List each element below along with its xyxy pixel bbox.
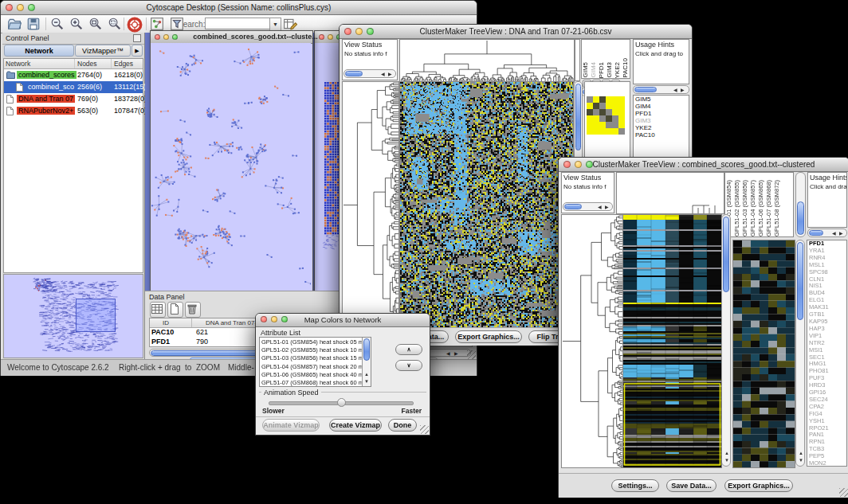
scroll-right-icon[interactable]: ▶	[605, 205, 609, 209]
network-view-canvas[interactable]	[151, 43, 311, 290]
done-button[interactable]: Done	[388, 419, 417, 432]
gene-label[interactable]: GIM5	[634, 96, 689, 103]
scroll-thumb[interactable]	[564, 204, 582, 209]
tv1-status-hscrollbar[interactable]: ◀ ▶	[344, 69, 396, 78]
treeview2-title-bar[interactable]: ClusterMaker TreeView : combined_scores_…	[559, 158, 848, 172]
scroll-thumb[interactable]	[809, 230, 823, 236]
gene-label[interactable]: GIM3	[634, 117, 689, 124]
gene-label[interactable]: MON2	[807, 460, 846, 467]
scroll-up-icon[interactable]: ▲	[724, 451, 729, 455]
help-lifering-icon[interactable]	[127, 17, 143, 33]
resize-grip[interactable]	[467, 350, 476, 359]
main-title-bar[interactable]: Cytoscape Desktop (Session Name: collins…	[1, 1, 477, 15]
move-up-button[interactable]: ∧	[395, 344, 422, 355]
tv2-row-dendrogram[interactable]	[561, 214, 624, 468]
zoom-region-icon[interactable]	[108, 17, 124, 33]
scroll-right-icon[interactable]: ▶	[839, 231, 843, 236]
scroll-left-icon[interactable]: ◀	[673, 88, 677, 92]
zoom-fit-icon[interactable]	[88, 17, 104, 33]
tv2-zoom-heatmap[interactable]	[732, 240, 795, 468]
scroll-up-icon[interactable]: ▲	[364, 372, 369, 377]
tab-vizmapper[interactable]: VizMapper™	[75, 45, 131, 57]
tv2-status-hscrollbar[interactable]: ◀ ▶	[563, 202, 613, 211]
scroll-down-icon[interactable]: ▼	[799, 458, 803, 463]
attribute-item[interactable]: GPL51-02 (GSM855) heat shock 10 min	[261, 346, 362, 354]
tv2-button[interactable]: Export Graphics...	[724, 479, 793, 492]
tv2-button[interactable]: Save Data...	[666, 479, 716, 492]
scroll-thumb[interactable]	[797, 242, 803, 320]
resize-grip[interactable]	[420, 425, 429, 434]
gene-label[interactable]: YKE2	[634, 124, 689, 131]
scroll-left-icon[interactable]: ◀	[446, 351, 450, 356]
network-overview-panel[interactable]	[3, 274, 143, 358]
scroll-right-icon[interactable]: ▶	[388, 72, 392, 76]
scroll-thumb[interactable]	[723, 217, 729, 292]
scroll-right-icon[interactable]: ▶	[681, 88, 685, 92]
column-header[interactable]: ID	[163, 319, 169, 326]
tv2-button[interactable]: Settings...	[611, 479, 659, 492]
tv1-row-dendrogram[interactable]	[342, 81, 399, 329]
treeview2-window[interactable]: ClusterMaker TreeView : combined_scores_…	[558, 157, 848, 498]
column-header[interactable]: Nodes	[77, 60, 97, 68]
tv2-labels-vscrollbar[interactable]	[795, 172, 806, 237]
search-input[interactable]	[205, 18, 270, 29]
attribute-list[interactable]: ▲ ▼ GPL51-01 (GSM854) heat shock 05 minG…	[259, 337, 371, 387]
new-attribute-icon[interactable]	[167, 302, 183, 318]
scroll-left-icon[interactable]: ◀	[381, 72, 385, 76]
treeview1-title-bar[interactable]: ClusterMaker TreeView : DNA and Tran 07-…	[340, 25, 692, 39]
attribute-item[interactable]: GPL51-07 (GSM868) heat shock 60 min	[261, 379, 362, 386]
attribute-item[interactable]: GPL51-03 (GSM856) heat shock 15 min	[261, 354, 362, 361]
network-row[interactable]: combined_scores2764(0)16218(0)	[4, 69, 143, 81]
tv2-usage-hscrollbar[interactable]: ◀ ▶	[807, 229, 847, 237]
scroll-thumb[interactable]	[634, 87, 657, 92]
move-down-button[interactable]: ∨	[395, 360, 422, 371]
gene-label[interactable]: PAC10	[634, 131, 689, 139]
tabs-overflow-arrow[interactable]: ▶	[132, 45, 143, 57]
dialog-title-bar[interactable]: Map Colors to Network	[256, 314, 430, 327]
network-overview-canvas[interactable]	[4, 275, 143, 357]
gene-label[interactable]: GIM4	[634, 103, 689, 110]
tab-network[interactable]: Network	[4, 45, 74, 57]
network-view-window[interactable]: combined_scores_good.txt--cluste...	[150, 30, 313, 292]
network-row[interactable]: DNA and Tran 07769(0)183728(0)	[4, 93, 143, 105]
tv2-heatmap[interactable]	[622, 214, 722, 468]
tv1-button[interactable]: Export Graphics...	[455, 330, 522, 343]
zoom-out-icon[interactable]	[50, 17, 66, 33]
save-icon[interactable]	[26, 17, 42, 33]
scroll-thumb[interactable]	[345, 71, 363, 76]
open-folder-icon[interactable]	[7, 17, 23, 33]
scroll-down-icon[interactable]: ▼	[364, 379, 369, 384]
scroll-left-icon[interactable]: ◀	[598, 205, 602, 209]
network-tree-table[interactable]: NetworkNodesEdgescombined_scores2764(0)1…	[3, 58, 143, 273]
scroll-thumb[interactable]	[797, 201, 804, 235]
attribute-item[interactable]: GPL51-04 (GSM857) heat shock 20 min	[261, 363, 362, 370]
tv1-heatmap[interactable]	[399, 81, 574, 329]
resize-grip[interactable]	[839, 488, 848, 497]
tv2-heatmap-vscrollbar[interactable]: ▲ ▼	[721, 214, 731, 467]
scroll-thumb[interactable]	[363, 338, 370, 361]
attribute-item[interactable]: GPL51-01 (GSM854) heat shock 05 min	[261, 338, 362, 346]
animation-speed-slider[interactable]	[269, 401, 414, 405]
column-header[interactable]: Edges	[114, 60, 133, 68]
attribute-table-icon[interactable]	[150, 302, 166, 318]
create-vizmap-button[interactable]: Create Vizmap	[329, 419, 382, 432]
animate-vizmap-button[interactable]: Animate Vizmap	[262, 419, 320, 432]
scroll-thumb[interactable]	[575, 84, 581, 150]
tv2-column-dendrogram[interactable]	[616, 172, 724, 214]
search-dropdown-button[interactable]: ▼	[269, 18, 281, 31]
scroll-up-icon[interactable]: ▲	[799, 451, 803, 455]
slider-thumb[interactable]	[337, 398, 346, 407]
scroll-right-icon[interactable]: ▶	[454, 351, 458, 356]
float-panel-icon[interactable]	[133, 34, 141, 42]
tv1-mini-heatmap[interactable]	[587, 96, 625, 135]
attribute-item[interactable]: GPL51-06 (GSM865) heat shock 40 min	[261, 371, 362, 378]
gene-label[interactable]: PFD1	[634, 110, 689, 117]
tv1-column-dendrogram[interactable]	[399, 39, 575, 83]
tv2-zoom-vscrollbar[interactable]: ▲ ▼	[795, 240, 805, 467]
column-header[interactable]: Network	[6, 60, 30, 68]
window1-title-bar[interactable]: combined_scores_good.txt--cluste...	[151, 31, 312, 44]
network-row[interactable]: combined_sco2569(6)13112(15)	[4, 81, 143, 93]
network-row[interactable]: RNAPuberNov2+563(0)107847(0)	[4, 105, 143, 117]
attribute-list-vscrollbar[interactable]: ▲ ▼	[362, 338, 371, 386]
map-colors-dialog[interactable]: Map Colors to Network Attribute List ▲ ▼…	[255, 313, 430, 436]
